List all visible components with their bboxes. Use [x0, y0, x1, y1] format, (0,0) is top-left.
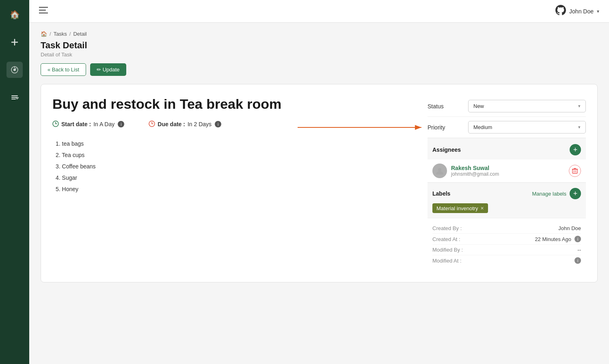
- list-item: 3. Coffee beans: [56, 161, 416, 172]
- due-date-icon: [149, 121, 155, 128]
- user-chevron-icon: ▾: [597, 9, 599, 14]
- assignee-name: Rakesh Suwal: [451, 165, 565, 171]
- modified-by-label: Modified By :: [432, 247, 463, 253]
- due-date-label: Due date :: [158, 121, 185, 127]
- label-remove-icon[interactable]: ×: [481, 205, 484, 211]
- svg-point-16: [438, 168, 441, 171]
- assignee-avatar: [432, 164, 447, 178]
- priority-select[interactable]: Medium ▾: [468, 121, 586, 134]
- start-date-info-icon[interactable]: i: [118, 121, 124, 127]
- status-select[interactable]: New ▾: [468, 100, 586, 112]
- start-date-value: In A Day: [93, 121, 114, 127]
- breadcrumb-tasks[interactable]: Tasks: [54, 31, 67, 37]
- list-item: 2. Tea cups: [56, 149, 416, 161]
- assignee-email: johnsmith@gmail.com: [451, 171, 565, 177]
- status-value: New: [473, 103, 484, 109]
- update-button[interactable]: ✏ Update: [90, 63, 126, 76]
- labels-header: Labels Manage labels +: [432, 188, 581, 199]
- created-by-label: Created By :: [432, 225, 462, 231]
- github-icon: [555, 5, 566, 18]
- priority-label: Priority: [428, 124, 468, 131]
- list-item: 4. Sugar: [56, 172, 416, 183]
- modified-by-row: Modified By : --: [432, 245, 581, 255]
- modified-by-value: --: [577, 247, 581, 253]
- svg-line-5: [15, 68, 16, 69]
- task-title: Buy and restock in Tea break room: [52, 96, 416, 112]
- svg-rect-17: [572, 169, 577, 173]
- add-assignee-button[interactable]: +: [570, 144, 581, 155]
- breadcrumb-sep2: /: [69, 31, 71, 37]
- task-content-right: Status New ▾ Priority Medium ▾: [428, 96, 586, 271]
- due-date-value: In 2 Days: [188, 121, 212, 127]
- due-date-item: Due date : In 2 Days i: [149, 121, 221, 128]
- manage-labels-button[interactable]: Manage labels: [532, 191, 566, 197]
- assignee-info: Rakesh Suwal johnsmith@gmail.com: [451, 165, 565, 177]
- labels-header-left: Labels: [432, 190, 450, 197]
- modified-at-info-icon[interactable]: i: [574, 257, 581, 264]
- list-item: 5. Honey: [56, 183, 416, 195]
- action-buttons: « Back to List ✏ Update: [41, 63, 598, 76]
- priority-chevron-icon: ▾: [578, 125, 581, 130]
- assignee-row: Rakesh Suwal johnsmith@gmail.com: [428, 159, 586, 183]
- breadcrumb-home-icon[interactable]: 🏠: [41, 31, 47, 37]
- start-date-label: Start date :: [61, 121, 91, 127]
- breadcrumb-sep1: /: [50, 31, 51, 37]
- created-at-row: Created At : 22 Minutes Ago i: [432, 234, 581, 245]
- content-area: 🏠 / Tasks / Detail Task Detail Detail of…: [29, 23, 609, 364]
- modified-at-label: Modified At :: [432, 258, 462, 264]
- meta-section: Created By : John Doe Created At : 22 Mi…: [428, 218, 586, 271]
- remove-assignee-button[interactable]: [569, 165, 581, 177]
- labels-section: Labels Manage labels + Material invenotr…: [428, 183, 586, 218]
- modified-at-value: i: [574, 257, 581, 264]
- sidebar-item-home[interactable]: 🏠: [6, 6, 23, 23]
- sidebar-item-dashboard[interactable]: [6, 62, 23, 78]
- priority-value: Medium: [473, 124, 492, 130]
- created-by-row: Created By : John Doe: [432, 223, 581, 234]
- created-at-info-icon[interactable]: i: [574, 236, 581, 242]
- start-date-item: Start date : In A Day i: [52, 121, 124, 128]
- labels-list: Material invenotry ×: [432, 203, 581, 213]
- status-row: Status New ▾: [428, 96, 586, 117]
- breadcrumb: 🏠 / Tasks / Detail: [41, 31, 598, 37]
- list-item: 1. tea bags: [56, 138, 416, 149]
- task-item-list: 1. tea bags 2. Tea cups 3. Coffee beans …: [52, 138, 416, 195]
- page-subtitle: Detail of Task: [41, 52, 598, 58]
- due-date-info-icon[interactable]: i: [215, 121, 221, 127]
- main-area: John Doe ▾ 🏠 / Tasks / Detail Task Detai…: [29, 0, 609, 364]
- back-to-list-button[interactable]: « Back to List: [41, 63, 86, 76]
- created-at-value: 22 Minutes Ago i: [535, 236, 581, 242]
- assignees-section-title: Assignees: [432, 146, 461, 153]
- label-text: Material invenotry: [436, 205, 478, 211]
- status-label: Status: [428, 103, 468, 110]
- label-tag: Material invenotry ×: [432, 203, 488, 213]
- page-title: Task Detail: [41, 40, 598, 51]
- sidebar-item-add[interactable]: [6, 34, 23, 50]
- priority-row: Priority Medium ▾: [428, 117, 586, 138]
- task-card: Buy and restock in Tea break room Start …: [41, 84, 598, 282]
- breadcrumb-detail: Detail: [73, 31, 86, 37]
- user-menu[interactable]: John Doe ▾: [569, 8, 599, 15]
- user-name: John Doe: [569, 8, 594, 15]
- sidebar: 🏠: [0, 0, 29, 364]
- labels-section-title: Labels: [432, 190, 450, 197]
- assignees-section-header: Assignees +: [428, 138, 586, 159]
- hamburger-icon[interactable]: [39, 6, 48, 16]
- sidebar-item-tasks[interactable]: [6, 89, 23, 106]
- created-at-label: Created At :: [432, 236, 460, 242]
- task-dates: Start date : In A Day i Due date : In 2: [52, 121, 416, 128]
- start-date-icon: [52, 121, 59, 128]
- created-by-value: John Doe: [558, 225, 581, 231]
- status-chevron-icon: ▾: [578, 103, 581, 109]
- task-content-left: Buy and restock in Tea break room Start …: [52, 96, 416, 271]
- add-label-button[interactable]: +: [570, 188, 581, 199]
- topbar: John Doe ▾: [29, 0, 609, 23]
- modified-at-row: Modified At : i: [432, 255, 581, 266]
